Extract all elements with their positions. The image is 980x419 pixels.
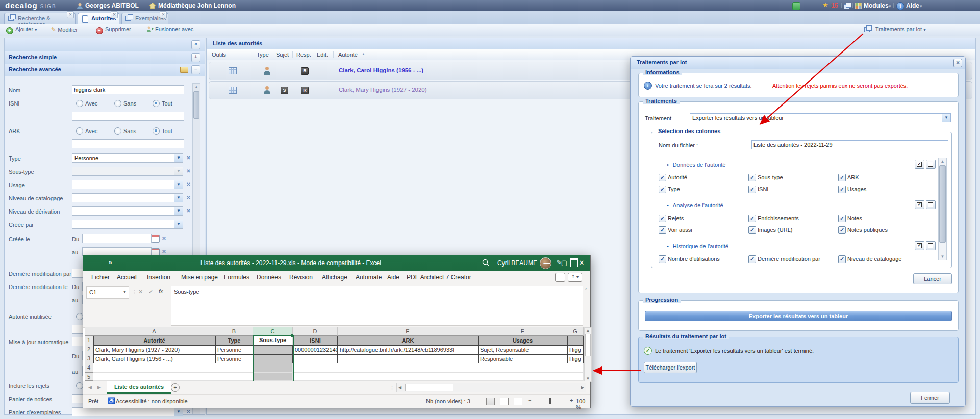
dropdown-icon[interactable]: ▼ — [174, 207, 183, 215]
search-icon[interactable] — [482, 259, 490, 267]
favorites-star-icon[interactable]: ★ — [822, 1, 828, 9]
checkbox-notes[interactable]: ✓ — [838, 215, 846, 222]
sheet-prev-icon[interactable]: ◀ — [88, 385, 92, 390]
creee-par-select[interactable]: ▼ — [72, 220, 183, 229]
checkbox-sous-type[interactable]: ✓ — [748, 174, 756, 181]
tab-close-icon[interactable]: ✕ — [111, 11, 118, 18]
view-page-layout-icon[interactable] — [500, 398, 509, 405]
niveau-derivation-clear-icon[interactable]: ✕ — [185, 207, 192, 214]
row-header[interactable]: 1 — [85, 336, 93, 345]
windows-stack-icon[interactable] — [844, 4, 849, 9]
uncheck-all-button[interactable] — [926, 241, 936, 250]
ark-input[interactable] — [72, 139, 184, 148]
share-icon[interactable]: ↥ ▾ — [568, 273, 582, 282]
column-header[interactable]: F — [478, 327, 567, 336]
scroll-up-icon[interactable]: ▲ — [193, 85, 200, 89]
dialog-close-icon[interactable]: ✕ — [953, 59, 962, 67]
quick-access-chevron-icon[interactable]: » — [109, 259, 112, 266]
calendar-icon[interactable] — [152, 235, 160, 243]
ribbon-tab-insertion[interactable]: Insertion — [147, 274, 170, 281]
tab-autorites[interactable]: Autorités ✕ — [78, 13, 119, 24]
uncheck-all-button[interactable] — [926, 200, 936, 210]
scrollbar-thumb[interactable] — [193, 91, 199, 119]
scrollbar-thumb[interactable] — [405, 384, 453, 391]
view-page-break-icon[interactable] — [514, 398, 522, 405]
cell-D2[interactable]: 0000000123214007 — [293, 345, 338, 354]
current-library[interactable]: Médiathèque John Lennon — [158, 2, 236, 9]
ribbon-tab-mise-en-page[interactable]: Mise en page — [181, 274, 218, 281]
column-header[interactable]: B — [215, 327, 253, 336]
ribbon-tab-fichier[interactable]: Fichier — [91, 274, 110, 281]
soustype-select[interactable]: ▼ — [72, 167, 183, 176]
tab-close-icon[interactable]: ✕ — [67, 11, 74, 18]
empty-cell[interactable] — [93, 373, 253, 381]
dropdown-icon[interactable]: ▼ — [174, 408, 183, 416]
scroll-up-icon[interactable]: ▲ — [939, 159, 946, 164]
cancel-entry-icon[interactable]: ✕ — [138, 289, 143, 295]
excel-user[interactable]: Cyril BEAUME — [497, 259, 537, 267]
cell-B1[interactable]: Type — [215, 336, 253, 345]
cell-E3[interactable] — [338, 354, 478, 363]
checkbox-derniere-modification-par[interactable]: ✓ — [748, 255, 756, 263]
cell-G2[interactable]: Higg — [567, 345, 584, 354]
soustype-clear-icon[interactable]: ✕ — [185, 168, 192, 174]
scroll-down-icon[interactable]: ▼ — [585, 376, 591, 381]
row-header[interactable]: 4 — [85, 363, 93, 373]
uncheck-all-button[interactable] — [926, 160, 936, 169]
checkbox-autorite[interactable]: ✓ — [659, 174, 666, 181]
ribbon-tab-revision[interactable]: Révision — [289, 274, 313, 281]
cell-C5[interactable] — [253, 373, 293, 381]
status-count[interactable]: Nb (non vides) : 3 — [426, 398, 470, 404]
ribbon-tab-automate[interactable]: Automate — [356, 274, 382, 281]
zoom-out-icon[interactable]: − — [528, 397, 531, 403]
cell-G1[interactable] — [567, 336, 584, 345]
scroll-left-icon[interactable]: ◀ — [398, 385, 401, 390]
cell-A3[interactable]: Clark, Carol Higgins (1956 - ...) — [93, 354, 215, 363]
column-autorite[interactable]: Autorité — [338, 51, 358, 58]
aide-menu[interactable]: Aide — [906, 2, 919, 9]
supprimer-button[interactable]: −Supprimer — [96, 26, 131, 34]
cell-F3[interactable]: Responsable — [478, 354, 567, 363]
tab-close-icon[interactable]: ✕ — [160, 11, 167, 18]
ark-avec-radio[interactable] — [76, 127, 83, 135]
dropdown-icon[interactable]: ▼ — [942, 114, 950, 122]
tools-grid-icon[interactable] — [229, 67, 237, 74]
usage-select[interactable]: ▼ — [72, 180, 183, 189]
cell-E1[interactable]: ARK — [338, 336, 478, 345]
traitement-select[interactable]: Exporter les résultats vers un tableur ▼ — [690, 113, 951, 122]
current-user[interactable]: Georges ABITBOL — [85, 2, 139, 9]
ribbon-tab-formules[interactable]: Formules — [224, 274, 249, 281]
check-all-button[interactable]: ✓ — [915, 200, 924, 210]
status-accessibility[interactable]: Accessibilité : non disponible — [116, 398, 188, 404]
cell-E2[interactable]: http://catalogue.bnf.fr/ark:/12148/cb118… — [338, 345, 478, 354]
column-header[interactable]: E — [338, 327, 478, 336]
comments-icon[interactable] — [555, 273, 565, 282]
checkbox-type[interactable]: ✓ — [659, 186, 666, 193]
empty-cell[interactable] — [293, 363, 584, 373]
maximize-button[interactable]: ▢ — [556, 255, 573, 271]
name-box-caret-icon[interactable]: ▼ — [123, 290, 127, 294]
panier-exemplaires-select[interactable]: ▼ — [72, 407, 183, 416]
inclure-rejets-radio[interactable] — [76, 382, 83, 389]
column-outils[interactable]: Outils — [212, 51, 226, 58]
tools-grid-icon[interactable] — [229, 87, 237, 94]
column-header[interactable]: A — [93, 327, 215, 336]
type-select[interactable]: Personne ▼ — [72, 153, 183, 163]
check-all-button[interactable]: ✓ — [915, 241, 924, 250]
cell-G3[interactable]: Higg — [567, 354, 584, 363]
scroll-right-icon[interactable]: ▶ — [581, 385, 584, 390]
nom-fichier-input[interactable] — [751, 140, 948, 149]
folder-icon[interactable] — [180, 67, 188, 73]
isni-tout-radio[interactable] — [153, 100, 160, 107]
nom-input[interactable] — [72, 85, 184, 94]
isni-input[interactable] — [72, 112, 184, 121]
usage-clear-icon[interactable]: ✕ — [185, 181, 192, 188]
dropdown-icon[interactable]: ▼ — [174, 154, 183, 162]
tab-exemplaires[interactable]: Exemplaires ✕ — [121, 13, 168, 24]
recherche-simple-header[interactable]: Recherche simple + — [5, 51, 205, 64]
creee-le-du-clear-icon[interactable]: ✕ — [161, 235, 167, 242]
niveau-derivation-select[interactable]: ▼ — [72, 206, 183, 216]
select-all-corner[interactable] — [85, 327, 93, 336]
recherche-avancee-header[interactable]: Recherche avancée − — [5, 64, 205, 76]
fermer-button[interactable]: Fermer — [910, 392, 950, 404]
